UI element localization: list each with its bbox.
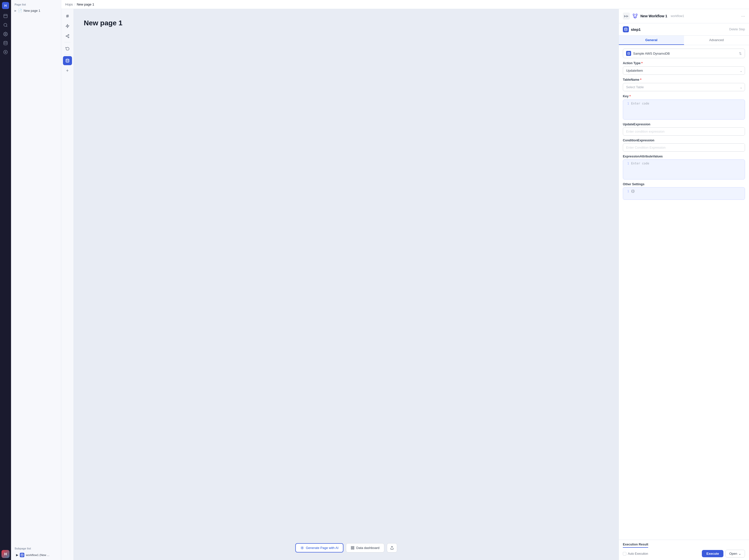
- table-name-required: *: [640, 78, 641, 82]
- sidebar-item-settings[interactable]: [1, 30, 9, 38]
- search-icon: [3, 23, 8, 27]
- sidebar-item-pages[interactable]: [1, 12, 9, 20]
- breadcrumb-parent[interactable]: Hops: [65, 2, 73, 6]
- action-type-select[interactable]: UpdateItem: [623, 66, 745, 75]
- key-line-numbers: 1: [625, 102, 629, 117]
- svg-rect-21: [351, 546, 352, 547]
- expression-attribute-values-editor[interactable]: 1 Enter code: [623, 159, 745, 179]
- panel-header-left: ▶▶ New Workflow 1 workflow1: [623, 13, 684, 20]
- datasource-selector[interactable]: Sample AWS DynamoDB ⇅: [623, 49, 745, 58]
- key-code-editor[interactable]: 1 Enter code: [623, 99, 745, 119]
- canvas-area: + New page 1 Generate Page with AI Data …: [61, 9, 749, 560]
- user-avatar[interactable]: H: [2, 2, 9, 9]
- share-tool-btn[interactable]: [63, 31, 72, 41]
- svg-point-7: [5, 52, 6, 53]
- pages-icon: [3, 14, 8, 18]
- app-logo: H: [1, 550, 9, 558]
- subpage-item[interactable]: ▶ workflow1 (New ...: [15, 552, 58, 559]
- add-tool-btn[interactable]: +: [63, 66, 72, 75]
- table-name-field: TableName * Select Table: [623, 78, 745, 91]
- history-tool-btn[interactable]: [63, 44, 72, 53]
- logo-area: H: [1, 550, 9, 558]
- key-code-content[interactable]: Enter code: [631, 102, 743, 117]
- panel-tabs: General Advanced: [619, 36, 749, 45]
- toolbar: +: [61, 9, 74, 560]
- execute-button[interactable]: Execute: [702, 550, 723, 557]
- sidebar-item-data[interactable]: [1, 39, 9, 47]
- sidebar: Page list ▶ 📄 New page 1 Subpage list ▶ …: [11, 0, 61, 560]
- datasource-chevron: ⇅: [739, 52, 742, 55]
- datasource-left: Sample AWS DynamoDB: [626, 51, 670, 56]
- action-type-select-wrapper: UpdateItem: [623, 66, 745, 75]
- update-expression-input[interactable]: [623, 127, 745, 136]
- tab-advanced[interactable]: Advanced: [684, 36, 749, 45]
- execution-result-label: Execution Result: [623, 542, 745, 548]
- tab-general[interactable]: General: [619, 36, 684, 45]
- lightning-tool-btn[interactable]: [63, 22, 72, 30]
- svg-line-11: [67, 15, 67, 18]
- auto-execution-toggle[interactable]: Auto Execution: [623, 552, 648, 556]
- panel-collapse-btn[interactable]: ▶▶: [623, 13, 630, 20]
- icon-bar: H H: [0, 0, 11, 560]
- exec-actions: Auto Execution Execute Open ⌄: [623, 550, 745, 558]
- svg-rect-27: [636, 14, 637, 16]
- svg-rect-22: [353, 546, 354, 547]
- svg-point-20: [302, 547, 303, 548]
- ai-icon: [300, 546, 304, 550]
- panel-more-btn[interactable]: ···: [741, 14, 745, 19]
- delete-step-button[interactable]: Delete Step: [729, 27, 745, 31]
- db-tool-btn[interactable]: [63, 56, 72, 65]
- subpage-db-icon: [20, 553, 24, 557]
- svg-point-8: [21, 554, 23, 555]
- generate-page-ai-button[interactable]: Generate Page with AI: [295, 543, 343, 553]
- workflow-name: New Workflow 1: [640, 14, 667, 18]
- update-expression-label: UpdateExpression: [623, 122, 745, 126]
- action-type-label: Action Type *: [623, 61, 745, 65]
- expression-attribute-values-field: ExpressionAttributeValues 1 Enter code: [623, 155, 745, 179]
- subpage-list-label: Subpage list: [15, 547, 58, 550]
- other-settings-line-numbers: 1: [625, 189, 629, 198]
- action-type-required: *: [641, 61, 643, 65]
- svg-point-2: [4, 23, 7, 26]
- table-name-label: TableName *: [623, 78, 745, 82]
- other-settings-editor[interactable]: 1 {}: [623, 187, 745, 200]
- data-dashboard-button[interactable]: Data dashboard: [346, 543, 384, 553]
- svg-line-3: [6, 26, 7, 27]
- step-icon-wrap: step1: [623, 26, 641, 32]
- workflow-icon: [633, 13, 638, 19]
- workflow-id: workflow1: [671, 14, 684, 18]
- data-icon: [3, 41, 8, 45]
- svg-point-33: [625, 28, 627, 29]
- svg-line-18: [67, 35, 68, 36]
- exec-buttons: Execute Open ⌄: [702, 550, 745, 558]
- condition-expression-input[interactable]: [623, 143, 745, 152]
- table-name-select[interactable]: Select Table: [623, 83, 745, 91]
- panel-header: ▶▶ New Workflow 1 workflow1 ···: [619, 9, 749, 23]
- sidebar-page-item[interactable]: ▶ 📄 New page 1: [11, 7, 61, 14]
- hash-tool-btn[interactable]: [63, 12, 72, 21]
- key-field: Key * 1 Enter code: [623, 94, 745, 119]
- page-canvas: New page 1 Generate Page with AI Data da…: [74, 9, 619, 560]
- svg-marker-13: [66, 24, 69, 27]
- page-list-label: Page list: [11, 0, 61, 7]
- open-button[interactable]: Open ⌄: [725, 550, 745, 558]
- subpage-section: Subpage list ▶ workflow1 (New ...: [11, 544, 61, 560]
- sidebar-spacer: [11, 14, 61, 544]
- more-action-button[interactable]: [387, 543, 397, 553]
- svg-point-16: [68, 37, 69, 38]
- sidebar-item-search[interactable]: [1, 21, 9, 29]
- settings-icon: [3, 32, 8, 36]
- svg-rect-0: [4, 14, 7, 18]
- expression-attribute-values-label: ExpressionAttributeValues: [623, 155, 745, 158]
- breadcrumb: Hops / New page 1: [61, 0, 749, 9]
- sidebar-item-palette[interactable]: [1, 48, 9, 56]
- eav-code-content[interactable]: Enter code: [631, 162, 743, 177]
- step-db-icon: [623, 26, 629, 32]
- key-required: *: [629, 94, 630, 98]
- svg-point-14: [68, 34, 69, 35]
- other-settings-code-content[interactable]: {}: [631, 189, 743, 198]
- action-type-field: Action Type * UpdateItem: [623, 61, 745, 75]
- auto-execution-checkbox[interactable]: [623, 552, 626, 556]
- dashboard-icon: [351, 546, 355, 550]
- datasource-label: Sample AWS DynamoDB: [633, 52, 670, 55]
